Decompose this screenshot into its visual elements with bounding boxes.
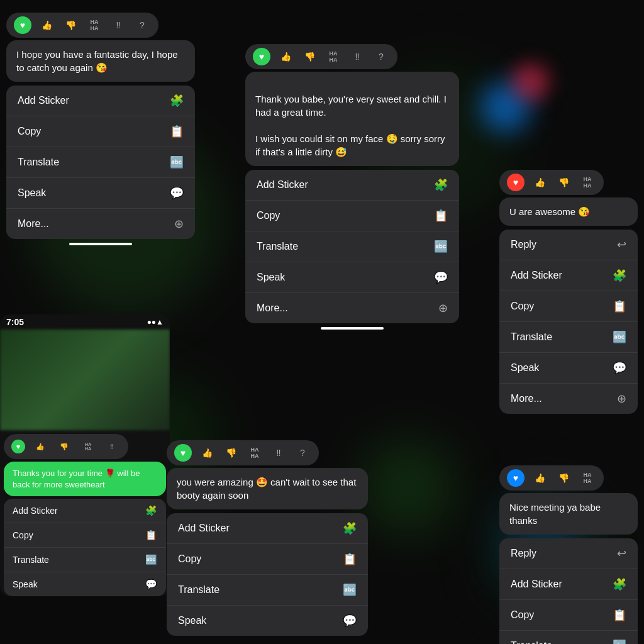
menu-item-copy-1[interactable]: Copy 📋 [6, 116, 195, 147]
heart-reaction-3[interactable]: ♥ [507, 174, 525, 191]
menu-item-copy-3[interactable]: Copy 📋 [499, 291, 638, 322]
haha-reaction-4[interactable]: HAHA [79, 438, 97, 455]
sticker-icon-2: 🧩 [434, 178, 448, 192]
menu-item-speak-1[interactable]: Speak 💬 [6, 178, 195, 209]
panel-2: ♥ 👍 👎 HAHA ‼ ? Thank you babe, you're ve… [245, 44, 459, 333]
haha-reaction-2[interactable]: HAHA [325, 48, 342, 65]
translate-icon-6: 🔤 [613, 639, 626, 644]
translate-icon-5: 🔤 [343, 583, 357, 597]
exclaim-reaction[interactable]: ‼ [109, 16, 127, 34]
speak-icon: 💬 [170, 186, 184, 200]
menu-item-more-1[interactable]: More... ⊕ [6, 209, 195, 239]
menu-item-speak-2[interactable]: Speak 💬 [245, 262, 459, 293]
translate-icon-2: 🔤 [434, 240, 448, 253]
thumbsup-reaction-5[interactable]: 👍 [198, 444, 216, 462]
panel-5: ♥ 👍 👎 HAHA ‼ ? you were amazing 🤩 can't … [167, 440, 368, 636]
menu-item-translate-4[interactable]: Translate 🔤 [4, 548, 166, 572]
panel-4: 7:05 ●●▲ ♥ 👍 👎 HAHA ‼ Thanks you for you… [0, 314, 170, 596]
message-bubble-3: U are awesome 😘 [499, 197, 638, 226]
menu-item-add-sticker-3[interactable]: Add Sticker 🧩 [499, 260, 638, 291]
reply-icon-6: ↩ [617, 547, 626, 560]
message-bubble-5: you were amazing 🤩 can't wait to see tha… [167, 468, 368, 509]
sticker-icon-4: 🧩 [145, 505, 157, 516]
blurred-image [0, 330, 170, 430]
menu-item-translate-2[interactable]: Translate 🔤 [245, 231, 459, 262]
exclaim-reaction-5[interactable]: ‼ [270, 444, 287, 462]
copy-icon-6: 📋 [613, 608, 626, 622]
question-reaction-2[interactable]: ? [372, 48, 390, 65]
thumbsdown-reaction-3[interactable]: 👎 [555, 174, 572, 191]
home-indicator [69, 243, 132, 245]
menu-item-copy-2[interactable]: Copy 📋 [245, 201, 459, 231]
heart-reaction-4[interactable]: ♥ [11, 440, 25, 453]
menu-item-add-sticker-6[interactable]: Add Sticker 🧩 [499, 569, 638, 600]
reaction-bar-6[interactable]: ♥ 👍 👎 HAHA [499, 465, 604, 491]
context-menu-6: Reply ↩ Add Sticker 🧩 Copy 📋 Translate 🔤 [499, 538, 638, 644]
menu-item-translate-5[interactable]: Translate 🔤 [167, 575, 368, 606]
heart-reaction-6[interactable]: ♥ [507, 469, 525, 487]
thumbsdown-reaction-2[interactable]: 👎 [301, 48, 318, 65]
sticker-icon-3: 🧩 [613, 269, 626, 282]
heart-reaction[interactable]: ♥ [14, 16, 31, 34]
haha-reaction-5[interactable]: HAHA [246, 444, 264, 462]
thumbsup-reaction-4[interactable]: 👍 [31, 438, 49, 455]
speak-icon-4: 💬 [145, 579, 157, 590]
thumbsdown-reaction-6[interactable]: 👎 [555, 469, 572, 487]
panel-6: ♥ 👍 👎 HAHA Nice meeting ya babe thanks R… [499, 465, 638, 644]
menu-item-speak-5[interactable]: Speak 💬 [167, 606, 368, 636]
exclaim-reaction-2[interactable]: ‼ [348, 48, 366, 65]
context-menu-4: Add Sticker 🧩 Copy 📋 Translate 🔤 Speak 💬 [4, 499, 166, 596]
menu-item-speak-4[interactable]: Speak 💬 [4, 572, 166, 596]
menu-item-add-sticker-4[interactable]: Add Sticker 🧩 [4, 499, 166, 523]
thumbsdown-reaction-5[interactable]: 👎 [222, 444, 240, 462]
haha-reaction-6[interactable]: HAHA [579, 469, 596, 487]
translate-icon: 🔤 [170, 155, 184, 169]
speak-icon-5: 💬 [343, 614, 357, 628]
translate-icon-3: 🔤 [613, 330, 626, 344]
more-icon-2: ⊕ [438, 301, 448, 315]
reaction-bar-1[interactable]: ♥ 👍 👎 HAHA ‼ ? [6, 13, 158, 38]
menu-item-add-sticker-5[interactable]: Add Sticker 🧩 [167, 513, 368, 544]
thumbsup-reaction-3[interactable]: 👍 [531, 174, 548, 191]
heart-reaction-5[interactable]: ♥ [174, 444, 192, 462]
sticker-icon-6: 🧩 [613, 577, 626, 591]
sticker-icon: 🧩 [170, 94, 184, 108]
speak-icon-3: 💬 [613, 361, 626, 375]
haha-reaction-3[interactable]: HAHA [579, 174, 596, 191]
home-indicator-2 [321, 327, 384, 330]
menu-item-more-3[interactable]: More... ⊕ [499, 384, 638, 414]
thumbsup-reaction-2[interactable]: 👍 [277, 48, 294, 65]
menu-item-copy-5[interactable]: Copy 📋 [167, 544, 368, 575]
menu-item-more-2[interactable]: More... ⊕ [245, 293, 459, 323]
context-menu-2: Add Sticker 🧩 Copy 📋 Translate 🔤 Speak 💬… [245, 170, 459, 323]
menu-item-add-sticker-2[interactable]: Add Sticker 🧩 [245, 170, 459, 201]
menu-item-copy-6[interactable]: Copy 📋 [499, 600, 638, 631]
menu-item-copy-4[interactable]: Copy 📋 [4, 523, 166, 548]
menu-item-translate-6[interactable]: Translate 🔤 [499, 631, 638, 644]
question-reaction-5[interactable]: ? [294, 444, 311, 462]
reaction-bar-5[interactable]: ♥ 👍 👎 HAHA ‼ ? [167, 440, 319, 465]
translate-icon-4: 🔤 [145, 554, 157, 565]
menu-item-add-sticker-1[interactable]: Add Sticker 🧩 [6, 86, 195, 116]
menu-item-reply-6[interactable]: Reply ↩ [499, 538, 638, 569]
reply-icon: ↩ [617, 238, 626, 252]
thumbsdown-reaction-4[interactable]: 👎 [55, 438, 73, 455]
heart-reaction-2[interactable]: ♥ [253, 48, 270, 65]
context-menu-1: Add Sticker 🧩 Copy 📋 Translate 🔤 Speak 💬… [6, 86, 195, 239]
reaction-bar-2[interactable]: ♥ 👍 👎 HAHA ‼ ? [245, 44, 397, 69]
message-bubble-2: Thank you babe, you're very sweet and ch… [245, 72, 459, 166]
copy-icon: 📋 [170, 125, 184, 138]
question-reaction[interactable]: ? [133, 16, 151, 34]
exclaim-reaction-4[interactable]: ‼ [103, 438, 121, 455]
reaction-bar-3[interactable]: ♥ 👍 👎 HAHA [499, 170, 604, 195]
haha-reaction[interactable]: HAHA [86, 16, 103, 34]
menu-item-translate-1[interactable]: Translate 🔤 [6, 147, 195, 178]
thumbsup-reaction[interactable]: 👍 [38, 16, 55, 34]
reaction-bar-4[interactable]: ♥ 👍 👎 HAHA ‼ [4, 434, 128, 459]
thumbsup-reaction-6[interactable]: 👍 [531, 469, 548, 487]
menu-item-reply-3[interactable]: Reply ↩ [499, 230, 638, 260]
menu-item-speak-3[interactable]: Speak 💬 [499, 353, 638, 384]
copy-icon-3: 📋 [613, 299, 626, 313]
menu-item-translate-3[interactable]: Translate 🔤 [499, 322, 638, 353]
thumbsdown-reaction[interactable]: 👎 [62, 16, 79, 34]
